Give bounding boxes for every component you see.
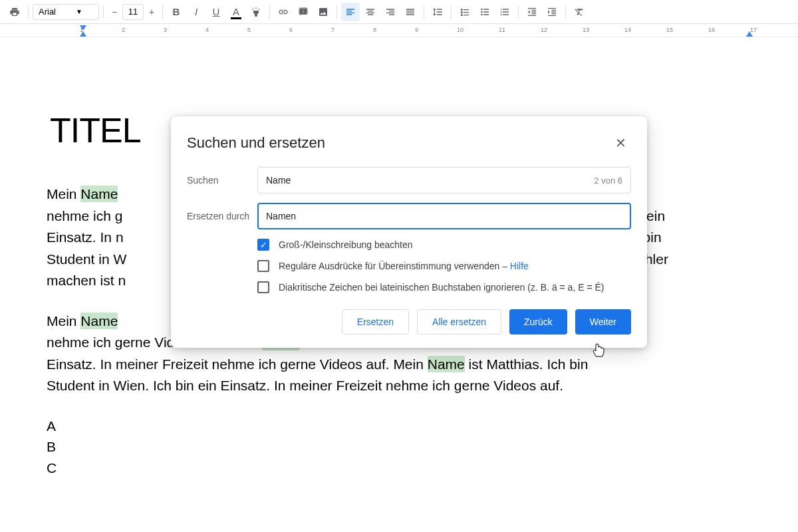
formatting-toolbar: Arial ▼ − + B I U A — [0, 0, 798, 24]
svg-point-1 — [481, 8, 483, 10]
ruler-number: 4 — [205, 27, 209, 33]
font-selector[interactable]: Arial ▼ — [33, 4, 99, 20]
font-name: Arial — [39, 7, 56, 17]
print-icon[interactable] — [5, 3, 24, 21]
bullet-list-button[interactable] — [475, 3, 494, 21]
ruler-number: 9 — [415, 27, 418, 33]
svg-point-3 — [481, 13, 483, 15]
search-label: Suchen — [187, 175, 257, 186]
ruler-number: 17 — [750, 27, 757, 33]
align-center-button[interactable] — [361, 3, 380, 21]
ruler: 1234567891011121314151617 — [0, 24, 798, 37]
ruler-number: 1 — [80, 27, 83, 33]
search-input[interactable]: Name 2 von 6 — [257, 167, 631, 194]
find-replace-dialog: Suchen und ersetzen ✕ Suchen Name 2 von … — [171, 116, 647, 348]
list-item[interactable]: B — [47, 436, 751, 458]
replace-label: Ersetzen durch — [187, 211, 257, 221]
ruler-number: 2 — [122, 27, 125, 33]
indent-decrease-button[interactable] — [523, 3, 541, 21]
close-icon[interactable]: ✕ — [610, 132, 631, 154]
svg-point-2 — [481, 11, 483, 13]
ruler-number: 8 — [373, 27, 376, 33]
ruler-number: 15 — [666, 27, 673, 33]
diacritic-label: Diakritische Zeichen bei lateinischen Bu… — [279, 282, 604, 293]
ruler-number: 6 — [289, 27, 293, 33]
regex-checkbox[interactable] — [257, 260, 269, 272]
match-case-checkbox[interactable]: ✓ — [257, 239, 269, 251]
decrease-size-button[interactable]: − — [108, 4, 121, 20]
ruler-number: 7 — [331, 27, 334, 33]
highlight-button[interactable] — [247, 3, 265, 21]
underline-button[interactable]: U — [207, 3, 225, 21]
italic-button[interactable]: I — [187, 3, 205, 21]
font-size-input[interactable] — [122, 4, 144, 20]
previous-button[interactable]: Zurück — [509, 309, 567, 334]
ruler-number: 16 — [708, 27, 715, 33]
ruler-number: 14 — [624, 27, 631, 33]
ruler-number: 12 — [541, 27, 547, 33]
match-case-label: Groß-/Kleinschreibung beachten — [279, 239, 413, 250]
clear-format-button[interactable] — [570, 3, 589, 21]
align-justify-button[interactable] — [401, 3, 420, 21]
checklist-button[interactable] — [456, 3, 474, 21]
align-right-button[interactable] — [381, 3, 400, 21]
regex-label: Reguläre Ausdrücke für Übereinstimmung v… — [279, 261, 529, 271]
match-count: 2 von 6 — [594, 176, 622, 186]
next-button[interactable]: Weiter — [575, 309, 631, 334]
increase-size-button[interactable]: + — [145, 4, 158, 20]
dropdown-icon: ▼ — [76, 8, 82, 15]
diacritic-checkbox[interactable] — [257, 281, 269, 293]
text-color-button[interactable]: A — [227, 3, 245, 21]
comment-button[interactable] — [294, 3, 313, 21]
list-item[interactable]: A — [47, 416, 751, 437]
ruler-number: 13 — [583, 27, 589, 33]
list-item[interactable]: C — [47, 458, 751, 479]
align-left-button[interactable] — [341, 3, 360, 21]
replace-all-button[interactable]: Alle ersetzen — [417, 309, 501, 334]
bold-button[interactable]: B — [167, 3, 186, 21]
ruler-number: 5 — [247, 27, 251, 33]
image-button[interactable] — [314, 3, 332, 21]
ruler-number: 11 — [499, 27, 505, 33]
link-button[interactable] — [274, 3, 293, 21]
replace-input[interactable]: Namen — [257, 203, 631, 229]
help-link[interactable]: Hilfe — [510, 261, 529, 271]
dialog-title: Suchen und ersetzen — [187, 134, 325, 152]
ruler-number: 10 — [457, 27, 464, 33]
indent-increase-button[interactable] — [543, 3, 561, 21]
font-size-stepper: − + — [108, 4, 158, 20]
replace-button[interactable]: Ersetzen — [342, 309, 409, 334]
numbered-list-button[interactable] — [495, 3, 514, 21]
line-spacing-button[interactable] — [428, 3, 447, 21]
ruler-number: 3 — [164, 27, 167, 33]
